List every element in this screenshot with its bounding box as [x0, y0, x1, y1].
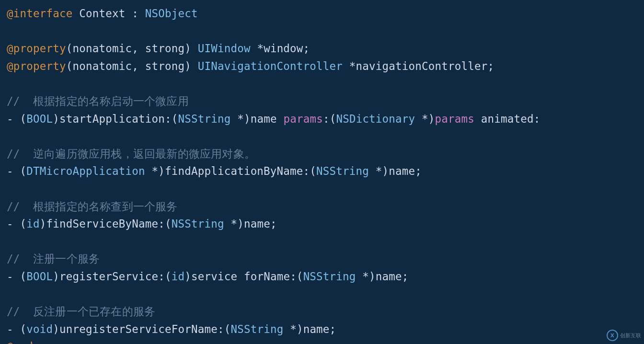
type-void: void — [26, 323, 53, 335]
type-nsstring: NSString — [316, 165, 369, 177]
type-bool: BOOL — [26, 270, 53, 283]
type-nsstring: NSString — [172, 218, 224, 230]
selector-params: params — [283, 113, 322, 125]
code-text: animated: — [474, 113, 540, 125]
code-text: - ( — [7, 218, 26, 230]
code-text: - ( — [7, 113, 26, 125]
code-text: )startApplication:( — [53, 113, 178, 125]
keyword-interface: @interface — [7, 7, 72, 20]
code-text: *) — [415, 113, 435, 125]
comment: // 反注册一个已存在的服务 — [7, 305, 155, 318]
type-nsobject: NSObject — [145, 7, 198, 20]
comment: // 根据指定的名称查到一个服务 — [7, 200, 178, 213]
watermark-logo-icon — [607, 330, 618, 341]
type-bool: BOOL — [26, 113, 53, 125]
code-text: - ( — [7, 165, 26, 177]
code-text: *)name; — [369, 165, 422, 177]
code-text: )registerService:( — [53, 270, 171, 283]
code-text: *window; — [251, 42, 310, 55]
type-nsstring: NSString — [230, 323, 283, 335]
type-nsdictionary: NSDictionary — [336, 113, 415, 125]
code-text: - ( — [7, 323, 26, 335]
code-text: (nonatomic, strong) — [66, 42, 198, 55]
code-text: )service forName:( — [184, 270, 303, 283]
code-text: *)name; — [224, 218, 277, 230]
type-id: id — [26, 218, 40, 230]
code-text: *)findApplicationByName:( — [145, 165, 316, 177]
comment: // 逆向遍历微应用栈，返回最新的微应用对象。 — [7, 148, 255, 160]
comment: // 注册一个服务 — [7, 252, 100, 265]
code-text: *)name — [230, 113, 283, 125]
code-text: *)name; — [283, 323, 336, 335]
type-uinavigationcontroller: UINavigationController — [198, 60, 343, 72]
watermark-text: 创新互联 — [620, 333, 641, 338]
type-nsstring: NSString — [303, 270, 356, 283]
keyword-property: @property — [7, 42, 66, 55]
type-nsstring: NSString — [178, 113, 230, 125]
watermark: 创新互联 — [607, 330, 641, 341]
keyword-property: @property — [7, 60, 66, 72]
keyword-end: @end — [7, 340, 33, 344]
code-text: (nonatomic, strong) — [66, 60, 198, 72]
code-text: )unregisterServiceForName:( — [53, 323, 230, 335]
type-id: id — [172, 270, 185, 283]
code-text: )findServiceByName:( — [40, 218, 172, 230]
code-text: Context : — [72, 7, 145, 20]
code-block: @interface Context : NSObject @property(… — [0, 0, 644, 344]
type-dtmicroapplication: DTMicroApplication — [26, 165, 145, 177]
code-text: - ( — [7, 270, 26, 283]
param-name: params — [435, 113, 474, 125]
code-text: :( — [323, 113, 336, 125]
code-text: *navigationController; — [343, 60, 494, 72]
comment: // 根据指定的名称启动一个微应用 — [7, 95, 189, 107]
code-text: *)name; — [356, 270, 409, 283]
type-uiwindow: UIWindow — [198, 42, 251, 55]
